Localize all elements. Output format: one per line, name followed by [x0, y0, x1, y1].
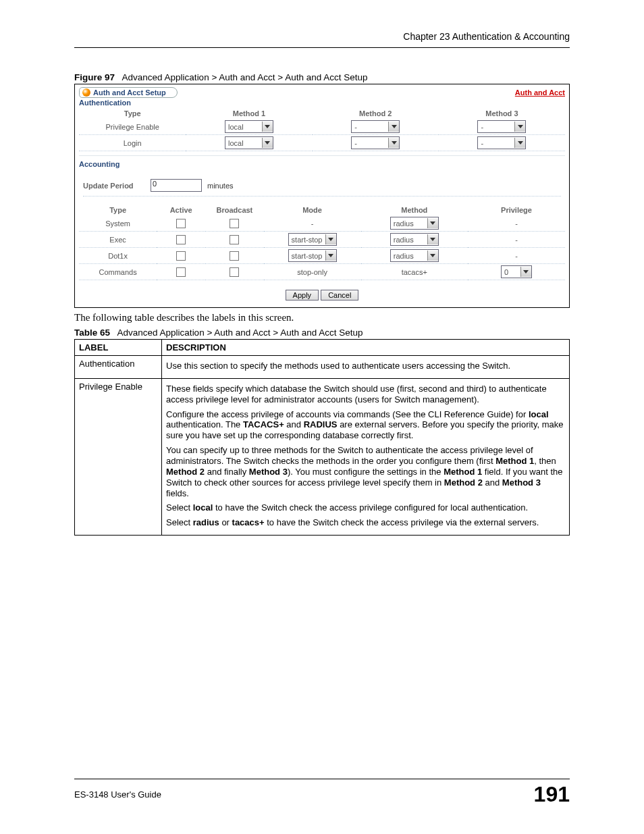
check-exec-active[interactable] — [176, 235, 186, 244]
label-minutes: minutes — [207, 182, 234, 190]
check-commands-broadcast[interactable] — [230, 267, 239, 277]
accounting-table: Type Active Broadcast Mode Method Privil… — [79, 205, 565, 280]
cell-type: System — [79, 215, 157, 232]
row-privilege-enable: Privilege Enable local - - — [79, 119, 565, 135]
cell-mode: stop-only — [264, 264, 361, 280]
col-active: Active — [157, 205, 205, 215]
page-number: 191 — [534, 782, 570, 807]
col-type: Type — [79, 108, 186, 119]
col-label: LABEL — [75, 340, 162, 356]
divider — [79, 155, 565, 156]
chevron-down-icon — [514, 138, 525, 148]
chevron-down-icon — [514, 122, 525, 132]
cell-type: Exec — [79, 232, 157, 248]
chevron-down-icon — [325, 234, 336, 244]
link-auth-and-acct[interactable]: Auth and Acct — [515, 88, 565, 97]
reference-table: LABEL DESCRIPTION Authentication Use thi… — [74, 339, 570, 536]
chevron-down-icon — [262, 138, 273, 148]
chevron-down-icon — [427, 218, 438, 228]
following-text: The following table describes the labels… — [74, 312, 570, 323]
select-priv-m3[interactable]: - — [477, 120, 526, 133]
table-caption: Table 65 Advanced Application > Auth and… — [74, 328, 570, 338]
figure-text: Advanced Application > Auth and Acct > A… — [122, 72, 368, 82]
tab-dot-icon — [82, 88, 90, 97]
row-update-period: Update Period 0 minutes — [83, 175, 561, 197]
select-dot1x-method[interactable]: radius — [390, 249, 439, 262]
row-commands: Commands stop-only tacacs+ 0 — [79, 264, 565, 280]
row-system: System - radius - — [79, 215, 565, 232]
row-login: Login local - - — [79, 135, 565, 151]
row-exec: Exec start-stop radius - — [79, 232, 565, 248]
tab-auth-acct-setup: Auth and Acct Setup — [79, 87, 178, 98]
check-system-active[interactable] — [176, 219, 186, 228]
footer-guide: ES-3148 User's Guide — [74, 789, 161, 800]
cell-desc: Use this section to specify the methods … — [162, 356, 570, 379]
col-method: Method — [361, 205, 468, 215]
cell-type: Login — [79, 135, 186, 151]
select-exec-method[interactable]: radius — [390, 233, 439, 246]
auth-table: Type Method 1 Method 2 Method 3 Privileg… — [79, 108, 565, 151]
apply-button[interactable]: Apply — [286, 290, 319, 301]
chapter-header: Chapter 23 Authentication & Accounting — [74, 31, 570, 48]
cell-type: Dot1x — [79, 248, 157, 264]
cell-desc: These fields specify which database the … — [162, 378, 570, 535]
col-description: DESCRIPTION — [162, 340, 570, 356]
col-type: Type — [79, 205, 157, 215]
section-accounting: Accounting — [79, 160, 565, 168]
screenshot-panel: Auth and Acct Setup Auth and Acct Authen… — [74, 84, 570, 308]
check-dot1x-active[interactable] — [176, 251, 186, 261]
col-broadcast: Broadcast — [205, 205, 263, 215]
cell-mode: - — [264, 215, 361, 232]
select-priv-m2[interactable]: - — [351, 120, 400, 133]
chevron-down-icon — [262, 122, 273, 132]
chevron-down-icon — [388, 138, 399, 148]
label-update-period: Update Period — [83, 182, 145, 190]
select-login-m1[interactable]: local — [225, 136, 273, 149]
chevron-down-icon — [427, 234, 438, 244]
check-dot1x-broadcast[interactable] — [230, 251, 239, 261]
select-commands-privilege[interactable]: 0 — [501, 265, 532, 278]
select-login-m2[interactable]: - — [351, 136, 400, 149]
cell-label: Privilege Enable — [75, 378, 162, 535]
cell-method: tacacs+ — [361, 264, 468, 280]
col-method1: Method 1 — [186, 108, 312, 119]
check-commands-active[interactable] — [176, 267, 186, 277]
check-system-broadcast[interactable] — [230, 219, 239, 228]
select-system-method[interactable]: radius — [390, 217, 439, 230]
page-footer: ES-3148 User's Guide 191 — [74, 779, 570, 807]
chevron-down-icon — [520, 267, 531, 277]
input-update-period[interactable]: 0 — [151, 179, 202, 192]
chevron-down-icon — [325, 251, 336, 261]
row-privilege-enable: Privilege Enable These fields specify wh… — [75, 378, 570, 535]
cell-privilege: - — [468, 215, 565, 232]
select-priv-m1[interactable]: local — [225, 120, 273, 133]
figure-caption: Figure 97 Advanced Application > Auth an… — [74, 72, 570, 82]
cell-type: Privilege Enable — [79, 119, 186, 135]
section-authentication: Authentication — [79, 99, 565, 107]
check-exec-broadcast[interactable] — [230, 235, 239, 244]
cancel-button[interactable]: Cancel — [321, 290, 358, 301]
cell-privilege: - — [468, 248, 565, 264]
col-method3: Method 3 — [439, 108, 565, 119]
col-method2: Method 2 — [313, 108, 439, 119]
select-login-m3[interactable]: - — [477, 136, 526, 149]
col-mode: Mode — [264, 205, 361, 215]
figure-label: Figure 97 — [74, 72, 115, 82]
row-dot1x: Dot1x start-stop radius - — [79, 248, 565, 264]
cell-type: Commands — [79, 264, 157, 280]
tab-title: Auth and Acct Setup — [93, 88, 166, 97]
cell-label: Authentication — [75, 356, 162, 379]
col-privilege: Privilege — [468, 205, 565, 215]
table-label: Table 65 — [74, 328, 110, 338]
cell-privilege: - — [468, 232, 565, 248]
row-authentication: Authentication Use this section to speci… — [75, 356, 570, 379]
table-caption-text: Advanced Application > Auth and Acct > A… — [117, 328, 363, 338]
select-exec-mode[interactable]: start-stop — [288, 233, 337, 246]
chevron-down-icon — [388, 122, 399, 132]
select-dot1x-mode[interactable]: start-stop — [288, 249, 337, 262]
chevron-down-icon — [427, 251, 438, 261]
